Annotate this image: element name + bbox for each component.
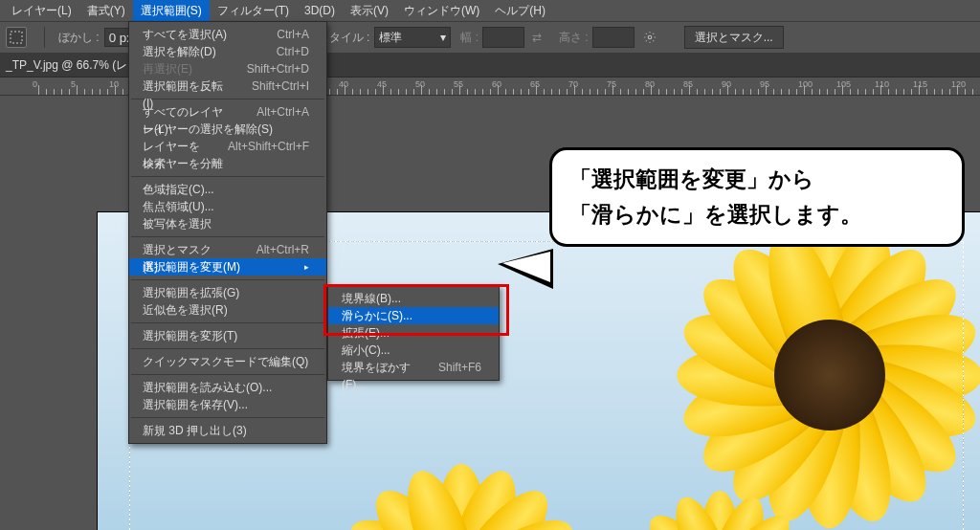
select-menu-dropdown: すべてを選択(A)Ctrl+A選択を解除(D)Ctrl+D再選択(E)Shift… — [128, 21, 327, 444]
height-input[interactable] — [592, 27, 635, 48]
menu-item[interactable]: 選択範囲を読み込む(O)... — [129, 379, 326, 396]
select-and-mask-button[interactable]: 選択とマスク... — [684, 26, 784, 49]
menu-item[interactable]: 選択範囲を保存(V)... — [129, 396, 326, 413]
menu-item[interactable]: レイヤーの選択を解除(S) — [129, 121, 326, 138]
submenu-item[interactable]: 境界線(B)... — [328, 290, 499, 307]
menu-item[interactable]: レイヤーを分離 — [129, 155, 326, 172]
style-dropdown[interactable]: 標準▾ — [374, 27, 451, 48]
menu-item[interactable]: 新規 3D 押し出し(3) — [129, 422, 326, 439]
menu-item[interactable]: すべてを選択(A)Ctrl+A — [129, 26, 326, 43]
menu-item[interactable]: 選択とマスク(K)...Alt+Ctrl+R — [129, 241, 326, 258]
svg-rect-0 — [11, 32, 22, 43]
svg-point-2 — [648, 35, 652, 39]
menu-item[interactable]: すべてのレイヤー(L)Alt+Ctrl+A — [129, 103, 326, 121]
menu-select[interactable]: 選択範囲(S) — [133, 0, 210, 21]
separator — [44, 27, 45, 48]
menu-3d[interactable]: 3D(D) — [297, 0, 343, 21]
menu-item[interactable]: 被写体を選択 — [129, 215, 326, 232]
menu-item[interactable]: 選択範囲を変形(T) — [129, 327, 326, 344]
menubar: レイヤー(L) 書式(Y) 選択範囲(S) フィルター(T) 3D(D) 表示(… — [0, 0, 980, 22]
modify-selection-submenu: 境界線(B)...滑らかに(S)...拡張(E)...縮小(C)...境界をぼか… — [327, 285, 500, 381]
menu-item[interactable]: 選択範囲を拡張(G) — [129, 284, 326, 301]
menu-item[interactable]: クイックマスクモードで編集(Q) — [129, 353, 326, 370]
gear-icon[interactable] — [640, 28, 659, 47]
callout-bubble: 「選択範囲を変更」から 「滑らかに」を選択します。 — [549, 147, 965, 247]
marquee-tool-icon[interactable] — [6, 27, 27, 48]
blur-label: ぼかし : — [58, 30, 100, 46]
menu-view[interactable]: 表示(V) — [343, 0, 396, 21]
menu-item[interactable]: 近似色を選択(R) — [129, 301, 326, 319]
menu-item[interactable]: 焦点領域(U)... — [129, 198, 326, 215]
chevron-down-icon: ▾ — [440, 31, 446, 44]
menu-item[interactable]: 再選択(E)Shift+Ctrl+D — [129, 60, 326, 77]
menu-format[interactable]: 書式(Y) — [79, 0, 133, 21]
width-label: 幅 : — [460, 30, 479, 46]
submenu-item[interactable]: 滑らかに(S)... — [328, 307, 499, 324]
document-tab-title[interactable]: _TP_V.jpg @ 66.7% (レイ — [6, 57, 139, 74]
submenu-item[interactable]: 境界をぼかす(F)...Shift+F6 — [328, 359, 499, 376]
submenu-item[interactable]: 拡張(E)... — [328, 324, 499, 342]
callout-line1: 「選択範囲を変更」から — [569, 162, 945, 197]
link-wh-icon[interactable]: ⇄ — [528, 29, 546, 46]
menu-item[interactable]: 選択を解除(D)Ctrl+D — [129, 43, 326, 60]
submenu-item[interactable]: 縮小(C)... — [328, 342, 499, 359]
menu-item[interactable]: 選択範囲を変更(M) — [129, 258, 326, 276]
callout-line2: 「滑らかに」を選択します。 — [569, 197, 945, 232]
menu-item[interactable]: レイヤーを検索Alt+Shift+Ctrl+F — [129, 138, 326, 155]
menu-item[interactable]: 色域指定(C)... — [129, 181, 326, 198]
menu-layer[interactable]: レイヤー(L) — [4, 0, 79, 21]
height-label: 高さ : — [559, 30, 589, 46]
menu-window[interactable]: ウィンドウ(W) — [396, 0, 487, 21]
menu-filter[interactable]: フィルター(T) — [210, 0, 297, 21]
menu-item[interactable]: 選択範囲を反転(I)Shift+Ctrl+I — [129, 77, 326, 95]
menu-help[interactable]: ヘルプ(H) — [487, 0, 553, 21]
width-input[interactable] — [482, 27, 524, 48]
